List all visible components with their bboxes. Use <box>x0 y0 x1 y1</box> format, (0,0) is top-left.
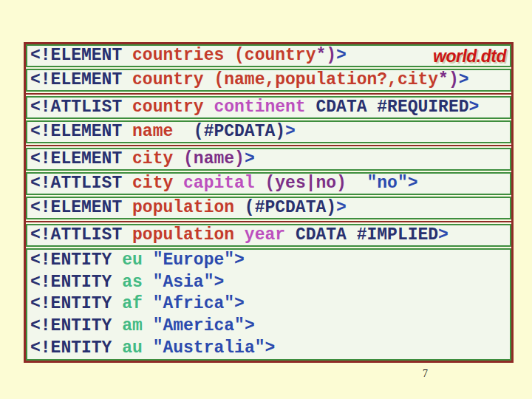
code-token: eu <box>122 250 152 270</box>
code-token: (name) <box>183 149 245 169</box>
code-token: <!ATTLIST <box>30 98 132 117</box>
code-token: year <box>245 225 296 245</box>
code-token: > <box>336 46 347 66</box>
code-token: <!ENTITY <box>30 250 122 270</box>
code-token: > <box>245 149 255 169</box>
dtd-line: <!ATTLIST country continent CDATA #REQUI… <box>26 96 511 119</box>
code-token: "Australia"> <box>153 338 276 358</box>
dtd-line: <!ATTLIST city capital (yes|no) "no"> <box>26 172 511 195</box>
code-token: as <box>122 273 152 292</box>
code-token: population <box>132 198 245 218</box>
code-token: "no"> <box>347 174 418 194</box>
code-token: <!ELEMENT <box>30 70 132 90</box>
dtd-code-box: <!ELEMENT countries (country*)>world.dtd… <box>24 42 514 363</box>
code-token: > <box>469 98 480 117</box>
code-token: *) <box>316 46 336 66</box>
code-token: (#PCDATA) <box>183 122 285 142</box>
code-token: country (name,population?,city <box>132 70 438 90</box>
dtd-line: <!ELEMENT name (#PCDATA)> <box>26 120 511 143</box>
dtd-line: <!ATTLIST population year CDATA #IMPLIED… <box>26 224 511 247</box>
dtd-line: <!ENTITY am "America"> <box>30 316 510 337</box>
code-token: <!ENTITY <box>30 294 122 313</box>
code-token: <!ATTLIST <box>30 174 132 194</box>
code-token: city <box>132 174 183 194</box>
code-token: <!ELEMENT <box>30 46 132 66</box>
group-divider <box>26 221 511 222</box>
code-token: (yes|no) <box>265 174 346 194</box>
dtd-line: <!ELEMENT country (name,population?,city… <box>26 69 511 92</box>
code-token: CDATA #REQUIRED <box>316 98 468 117</box>
dtd-line: <!ENTITY eu "Europe"> <box>30 250 510 271</box>
code-token: name <box>132 122 183 142</box>
code-token: (#PCDATA) <box>245 198 336 218</box>
code-token: <!ELEMENT <box>30 198 132 218</box>
dtd-line: <!ELEMENT population (#PCDATA)> <box>26 197 511 219</box>
group-divider <box>26 93 511 95</box>
slide: <!ELEMENT countries (country*)>world.dtd… <box>0 0 532 399</box>
dtd-line: <!ENTITY af "Africa"> <box>30 293 510 315</box>
code-token: am <box>122 316 152 335</box>
code-token: <!ATTLIST <box>30 225 132 245</box>
code-token: af <box>122 294 152 313</box>
code-token: capital <box>183 174 265 194</box>
group-divider <box>26 145 511 146</box>
code-token: population <box>132 225 245 245</box>
code-token: country <box>132 98 214 117</box>
code-token: *) <box>438 70 459 90</box>
code-token: "Asia"> <box>153 273 225 292</box>
code-token: au <box>122 338 152 358</box>
code-token: "Europe"> <box>153 250 245 270</box>
dtd-line: <!ENTITY as "Asia"> <box>30 272 510 293</box>
code-token: "Africa"> <box>153 294 245 313</box>
code-token: CDATA #IMPLIED <box>296 225 438 245</box>
code-token: city <box>132 149 183 169</box>
code-token: "America"> <box>153 316 255 335</box>
dtd-line: <!ELEMENT city (name)> <box>26 148 511 171</box>
dtd-line: <!ELEMENT countries (country*)>world.dtd <box>26 44 511 67</box>
code-token: <!ELEMENT <box>30 122 132 142</box>
file-name-label: world.dtd <box>433 46 506 66</box>
code-token: <!ENTITY <box>30 273 122 292</box>
dtd-line: <!ENTITY au "Australia"> <box>30 338 510 359</box>
code-token: <!ENTITY <box>30 338 122 358</box>
code-token: <!ENTITY <box>30 316 122 335</box>
code-token: > <box>285 122 296 142</box>
entity-group: <!ENTITY eu "Europe"><!ENTITY as "Asia">… <box>26 248 511 361</box>
code-token: continent <box>214 98 316 117</box>
code-token: > <box>336 198 347 218</box>
code-token: > <box>459 70 469 90</box>
page-number: 7 <box>423 368 428 380</box>
code-token: <!ELEMENT <box>30 149 132 169</box>
code-token: > <box>438 225 449 245</box>
code-token: countries (country <box>132 46 316 66</box>
